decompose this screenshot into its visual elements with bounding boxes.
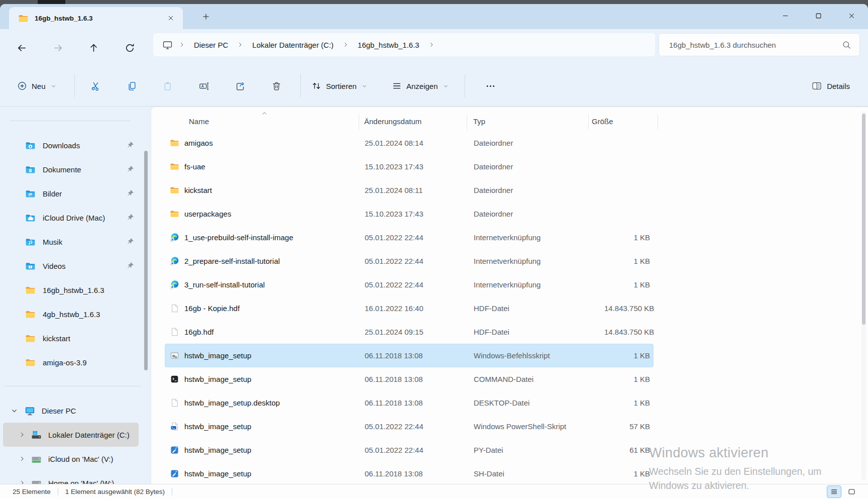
folder-icon xyxy=(25,261,36,271)
delete-button[interactable] xyxy=(265,75,287,97)
chevron-right-icon[interactable] xyxy=(18,479,26,484)
more-options-button[interactable] xyxy=(479,75,501,97)
chevron-right-icon[interactable] xyxy=(18,455,26,463)
sort-button[interactable]: Sortieren xyxy=(306,75,373,97)
file-row[interactable]: 16gb.hdf 25.01.2024 09:15 HDF-Datei 14.8… xyxy=(165,320,654,344)
breadcrumb-this-pc[interactable]: Dieser PC xyxy=(189,38,233,52)
file-row[interactable]: 16gb - Kopie.hdf 16.01.2022 16:40 HDF-Da… xyxy=(165,296,654,320)
paste-icon xyxy=(163,81,173,91)
chevron-right-icon[interactable] xyxy=(237,41,244,48)
search-icon[interactable] xyxy=(842,40,851,50)
file-row[interactable]: 2_prepare-self-install-tutorial 05.01.20… xyxy=(165,249,654,273)
sidebar-item-this-pc[interactable]: Dieser PC xyxy=(3,398,139,423)
file-name: hstwb_image_setup.desktop xyxy=(184,398,365,407)
maximize-button[interactable] xyxy=(802,4,835,27)
rename-button[interactable] xyxy=(193,75,215,97)
sidebar-folder-item[interactable]: 16gb_hstwb_1.6.3 xyxy=(3,278,139,302)
file-icon xyxy=(170,185,179,195)
file-date: 06.11.2018 13:08 xyxy=(365,375,474,383)
chevron-right-icon[interactable] xyxy=(342,41,349,48)
toolbar-divider xyxy=(300,74,301,97)
file-row[interactable]: hstwb_image_setup.desktop 06.11.2018 13:… xyxy=(165,391,654,415)
sidebar-scrollbar[interactable] xyxy=(144,151,148,370)
copy-button[interactable] xyxy=(121,75,143,97)
file-name: 16gb.hdf xyxy=(184,328,365,336)
column-separator[interactable] xyxy=(467,115,467,130)
sidebar-pinned-item[interactable]: Downloads xyxy=(3,133,139,157)
sidebar-pinned-item[interactable]: Dokumente xyxy=(3,157,139,181)
details-pane-button[interactable]: Details xyxy=(812,75,850,97)
column-header-date[interactable]: Änderungsdatum xyxy=(364,117,421,126)
file-row[interactable]: hstwb_image_setup 06.11.2018 13:08 Windo… xyxy=(165,344,654,367)
column-header-size[interactable]: Größe xyxy=(592,117,613,126)
sidebar-pinned-item[interactable]: iCloud Drive (Mac) xyxy=(3,206,139,230)
scrollbar-thumb[interactable] xyxy=(862,114,865,325)
file-row[interactable]: hstwb_image_setup 06.11.2018 13:08 SH-Da… xyxy=(165,462,654,484)
file-row[interactable]: hstwb_image_setup 05.01.2022 22:44 PY-Da… xyxy=(165,438,654,462)
file-row[interactable]: hstwb_image_setup 06.11.2018 13:08 COMMA… xyxy=(165,367,654,391)
sidebar-folder-item[interactable]: amiga-os-3.9 xyxy=(3,350,139,374)
file-row[interactable]: fs-uae 15.10.2023 17:43 Dateiordner xyxy=(165,155,654,178)
share-button[interactable] xyxy=(229,75,251,97)
file-date: 06.11.2018 13:08 xyxy=(365,469,474,478)
file-row[interactable]: kickstart 25.01.2024 08:11 Dateiordner xyxy=(165,178,654,202)
explorer-tab[interactable]: 16gb_hstwb_1.6.3 xyxy=(9,7,183,29)
large-icons-view-button[interactable] xyxy=(844,485,859,498)
paste-button[interactable] xyxy=(157,75,179,97)
sidebar-folder-item[interactable]: 4gb_hstwb_1.6.3 xyxy=(3,302,139,326)
sidebar-pinned-item[interactable]: Videos xyxy=(3,254,139,278)
this-pc-icon[interactable] xyxy=(162,40,173,50)
new-tab-button[interactable] xyxy=(200,11,212,23)
file-date: 05.01.2022 22:44 xyxy=(365,422,474,431)
status-divider xyxy=(58,488,58,495)
chevron-right-icon[interactable] xyxy=(178,41,185,48)
forward-button[interactable] xyxy=(48,38,67,57)
column-separator[interactable] xyxy=(658,115,658,130)
breadcrumb-current-folder[interactable]: 16gb_hstwb_1.6.3 xyxy=(353,38,424,52)
file-name: hstwb_image_setup xyxy=(184,446,365,454)
column-header-type[interactable]: Typ xyxy=(473,117,485,126)
file-name: 2_prepare-self-install-tutorial xyxy=(184,257,365,265)
plus-circle-icon xyxy=(17,81,27,91)
file-row[interactable]: 1_use-prebuild-self-install-image 05.01.… xyxy=(165,226,654,249)
column-header-name[interactable]: Name xyxy=(189,117,209,126)
sidebar-drive-item[interactable]: iCloud on 'Mac' (V:) xyxy=(3,447,139,471)
up-button[interactable] xyxy=(84,38,103,57)
file-row[interactable]: amigaos 25.01.2024 08:14 Dateiordner xyxy=(165,131,654,155)
column-separator[interactable] xyxy=(359,115,359,130)
file-icon xyxy=(170,374,179,384)
sidebar-pinned-item[interactable]: Bilder xyxy=(3,181,139,206)
chevron-right-icon[interactable] xyxy=(428,41,435,48)
sidebar-drive-item[interactable]: Home on 'Mac' (W:) xyxy=(3,471,139,484)
sidebar-pinned-item[interactable]: Musik xyxy=(3,230,139,254)
file-list-panel: Name Änderungsdatum Typ Größe amigaos 25… xyxy=(151,107,868,484)
drive-icon xyxy=(31,454,42,464)
copy-icon xyxy=(127,81,137,91)
chevron-right-icon[interactable] xyxy=(18,431,26,439)
new-button[interactable]: Neu xyxy=(12,75,62,97)
view-button[interactable]: Anzeigen xyxy=(387,75,454,97)
file-row[interactable]: 3_run-self-install-tutorial 05.01.2022 2… xyxy=(165,273,654,296)
sidebar-drive-item[interactable]: Lokaler Datenträger (C:) xyxy=(3,423,139,447)
selection-info: 1 Element ausgewählt (82 Bytes) xyxy=(65,488,165,495)
refresh-button[interactable] xyxy=(120,38,139,57)
minimize-button[interactable] xyxy=(769,4,802,27)
breadcrumb-drive-c[interactable]: Lokaler Datenträger (C:) xyxy=(247,38,339,52)
cut-button[interactable] xyxy=(84,75,106,97)
details-view-button[interactable] xyxy=(827,485,841,498)
tab-close-icon[interactable] xyxy=(165,12,177,24)
back-button[interactable] xyxy=(12,38,31,57)
close-button[interactable] xyxy=(835,4,868,27)
chevron-down-icon[interactable] xyxy=(10,407,19,415)
column-separator[interactable] xyxy=(588,115,589,130)
toolbar-divider xyxy=(465,74,465,97)
pin-icon xyxy=(126,214,135,222)
breadcrumb[interactable]: Dieser PC Lokaler Datenträger (C:) 16gb_… xyxy=(153,33,655,56)
file-row[interactable]: hstwb_image_setup 05.01.2022 22:44 Windo… xyxy=(165,415,654,438)
file-row[interactable]: userpackages 15.10.2023 17:43 Dateiordne… xyxy=(165,202,654,226)
file-date: 15.10.2023 17:43 xyxy=(365,210,474,218)
search-input[interactable]: 16gb_hstwb_1.6.3 durchsuchen xyxy=(659,33,860,56)
file-icon xyxy=(170,445,179,455)
file-type: HDF-Datei xyxy=(474,304,604,313)
sidebar-folder-item[interactable]: kickstart xyxy=(3,326,139,350)
